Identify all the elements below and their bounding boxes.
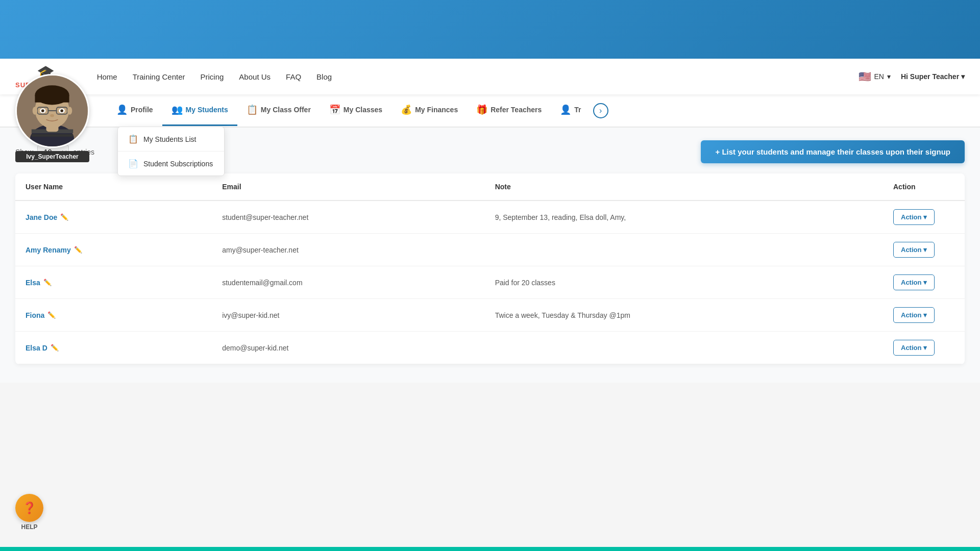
action-chevron-icon: ▾ bbox=[923, 246, 927, 254]
students-icon: 👥 bbox=[172, 104, 183, 115]
tab-tr[interactable]: 👤 Tr bbox=[551, 95, 590, 126]
student-email: demo@super-kid.net bbox=[212, 332, 484, 364]
refer-icon: 🎁 bbox=[476, 104, 487, 115]
student-note: Paid for 20 classes bbox=[485, 266, 883, 299]
class-offer-icon: 📋 bbox=[247, 104, 258, 115]
col-note: Note bbox=[485, 173, 883, 201]
action-button-1[interactable]: Action ▾ bbox=[893, 242, 935, 258]
tab-my-classes[interactable]: 📅 My Classes bbox=[320, 95, 391, 126]
tab-my-finances[interactable]: 💰 My Finances bbox=[391, 95, 467, 126]
svg-point-16 bbox=[60, 109, 63, 112]
table-row: Jane Doe ✏️student@super-teacher.net9, S… bbox=[15, 201, 965, 234]
svg-point-19 bbox=[67, 107, 72, 114]
dashboard-section: Ivy_SuperTeacher 👤 Profile 👥 My Students… bbox=[0, 94, 980, 383]
table-row: Elsa ✏️studentemail@gmail.comPaid for 20… bbox=[15, 266, 965, 299]
student-action-cell: Action ▾ bbox=[883, 299, 965, 332]
col-username: User Name bbox=[15, 173, 212, 201]
top-banner bbox=[0, 0, 980, 59]
table-header-row: User Name Email Note Action bbox=[15, 173, 965, 201]
col-action: Action bbox=[883, 173, 965, 201]
tab-my-students[interactable]: 👥 My Students bbox=[162, 95, 237, 126]
student-note: Twice a week, Tuesday & Thursday @1pm bbox=[485, 299, 883, 332]
svg-point-18 bbox=[33, 107, 38, 114]
nav-blog[interactable]: Blog bbox=[316, 72, 332, 81]
student-note bbox=[485, 332, 883, 364]
nav-about-us[interactable]: About Us bbox=[239, 72, 271, 81]
student-name-0[interactable]: Jane Doe ✏️ bbox=[26, 213, 202, 221]
student-note: 9, September 13, reading, Elsa doll, Amy… bbox=[485, 201, 883, 234]
student-action-cell: Action ▾ bbox=[883, 332, 965, 364]
lang-chevron-icon: ▾ bbox=[887, 72, 891, 81]
action-button-0[interactable]: Action ▾ bbox=[893, 209, 935, 225]
student-email: ivy@super-kid.net bbox=[212, 299, 484, 332]
tab-scroll-right[interactable]: › bbox=[593, 103, 608, 118]
nav-home[interactable]: Home bbox=[97, 72, 117, 81]
avatar-label: Ivy_SuperTeacher bbox=[15, 151, 89, 162]
user-greeting[interactable]: Hi Super Teacher ▾ bbox=[901, 72, 965, 81]
language-label: EN bbox=[874, 72, 884, 81]
student-name-3[interactable]: Fiona ✏️ bbox=[26, 311, 202, 319]
tab-nav: 👤 Profile 👥 My Students 📋 My Class Offer… bbox=[0, 94, 980, 128]
edit-icon[interactable]: ✏️ bbox=[47, 311, 56, 319]
classes-icon: 📅 bbox=[329, 104, 340, 115]
nav-right: 🇺🇸 EN ▾ Hi Super Teacher ▾ bbox=[859, 70, 965, 83]
nav-training-center[interactable]: Training Center bbox=[133, 72, 185, 81]
action-chevron-icon: ▾ bbox=[923, 311, 927, 319]
student-email: student@super-teacher.net bbox=[212, 201, 484, 234]
action-chevron-icon: ▾ bbox=[923, 213, 927, 221]
action-chevron-icon: ▾ bbox=[923, 344, 927, 352]
col-email: Email bbox=[212, 173, 484, 201]
nav-pricing[interactable]: Pricing bbox=[200, 72, 224, 81]
profile-icon: 👤 bbox=[116, 104, 128, 115]
flag-icon: 🇺🇸 bbox=[859, 70, 871, 83]
action-button-4[interactable]: Action ▾ bbox=[893, 340, 935, 356]
table-row: Elsa D ✏️demo@super-kid.netAction ▾ bbox=[15, 332, 965, 364]
student-name-4[interactable]: Elsa D ✏️ bbox=[26, 344, 202, 352]
nav-links: Home Training Center Pricing About Us FA… bbox=[97, 72, 859, 81]
profile-avatar-area: Ivy_SuperTeacher bbox=[15, 74, 89, 162]
dropdown-student-subscriptions[interactable]: 📄 Student Subscriptions bbox=[118, 152, 224, 176]
svg-rect-7 bbox=[35, 95, 69, 102]
svg-rect-3 bbox=[32, 134, 73, 137]
finances-icon: 💰 bbox=[401, 104, 412, 115]
student-action-cell: Action ▾ bbox=[883, 234, 965, 266]
edit-icon[interactable]: ✏️ bbox=[74, 246, 82, 254]
student-email: studentemail@gmail.com bbox=[212, 266, 484, 299]
avatar bbox=[15, 74, 89, 148]
edit-icon[interactable]: ✏️ bbox=[51, 344, 59, 352]
list-icon: 📋 bbox=[128, 134, 138, 144]
tab-profile[interactable]: 👤 Profile bbox=[107, 95, 162, 126]
edit-icon[interactable]: ✏️ bbox=[43, 279, 52, 286]
table-row: Amy Renamy ✏️amy@super-teacher.netAction… bbox=[15, 234, 965, 266]
table-row: Fiona ✏️ivy@super-kid.netTwice a week, T… bbox=[15, 299, 965, 332]
edit-icon[interactable]: ✏️ bbox=[60, 213, 68, 221]
student-name-1[interactable]: Amy Renamy ✏️ bbox=[26, 246, 202, 254]
language-selector[interactable]: 🇺🇸 EN ▾ bbox=[859, 70, 891, 83]
subscriptions-icon: 📄 bbox=[128, 159, 138, 168]
tab-refer-teachers[interactable]: 🎁 Refer Teachers bbox=[467, 95, 551, 126]
students-table-container: User Name Email Note Action Jane Doe ✏️s… bbox=[15, 173, 965, 364]
svg-point-17 bbox=[50, 114, 54, 117]
navbar: 🎓 SUPERTEACHER Home Training Center Pric… bbox=[0, 59, 980, 94]
greeting-chevron-icon: ▾ bbox=[961, 72, 965, 81]
add-students-button[interactable]: + List your students and manage their cl… bbox=[701, 140, 965, 163]
svg-point-15 bbox=[41, 109, 44, 112]
tr-icon: 👤 bbox=[560, 104, 571, 115]
dropdown-students-list[interactable]: 📋 My Students List bbox=[118, 127, 224, 152]
students-dropdown: 📋 My Students List 📄 Student Subscriptio… bbox=[117, 127, 225, 176]
student-action-cell: Action ▾ bbox=[883, 266, 965, 299]
students-table: User Name Email Note Action Jane Doe ✏️s… bbox=[15, 173, 965, 364]
action-chevron-icon: ▾ bbox=[923, 279, 927, 286]
student-note bbox=[485, 234, 883, 266]
action-button-2[interactable]: Action ▾ bbox=[893, 274, 935, 290]
tab-my-class-offer[interactable]: 📋 My Class Offer bbox=[237, 95, 320, 126]
student-action-cell: Action ▾ bbox=[883, 201, 965, 234]
student-email: amy@super-teacher.net bbox=[212, 234, 484, 266]
student-name-2[interactable]: Elsa ✏️ bbox=[26, 279, 202, 287]
nav-faq[interactable]: FAQ bbox=[286, 72, 301, 81]
action-button-3[interactable]: Action ▾ bbox=[893, 307, 935, 323]
